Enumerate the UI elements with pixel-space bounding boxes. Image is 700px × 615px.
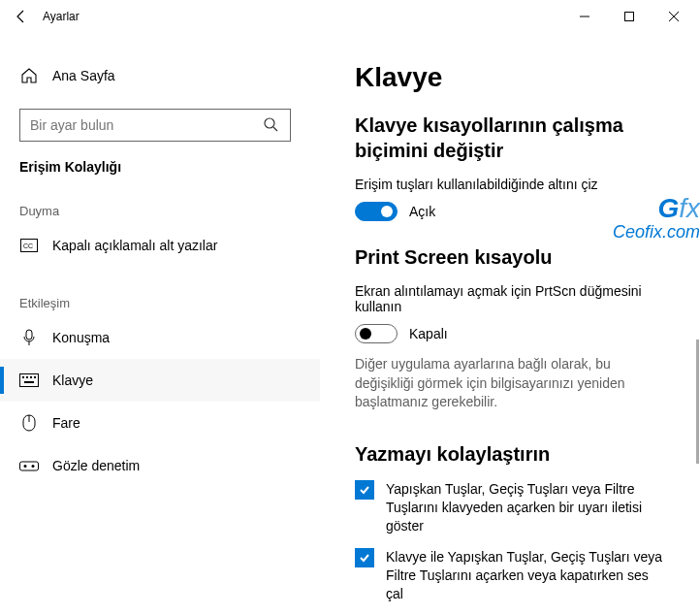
minimize-button[interactable] [562, 0, 607, 33]
microphone-icon [19, 329, 39, 346]
svg-point-17 [24, 465, 27, 468]
svg-rect-8 [20, 374, 39, 387]
svg-rect-16 [20, 462, 39, 470]
mouse-icon [19, 414, 39, 432]
svg-line-3 [273, 127, 277, 131]
nav-label: Klavye [52, 372, 93, 388]
window-title: Ayarlar [43, 10, 80, 23]
prtscn-label: Ekran alıntılamayı açmak için PrtScn düğ… [355, 283, 665, 314]
eye-control-icon [19, 459, 39, 472]
search-icon [263, 116, 280, 134]
home-icon [19, 67, 39, 84]
prtscn-toggle[interactable] [355, 324, 398, 343]
svg-rect-10 [26, 376, 28, 378]
nav-eye-control[interactable]: Gözle denetim [0, 444, 320, 487]
nav-label: Kapalı açıklamalı alt yazılar [52, 238, 217, 253]
nav-label: Fare [52, 415, 80, 431]
warning-message-checkbox[interactable] [355, 480, 374, 500]
svg-point-18 [32, 465, 35, 468]
window-controls [562, 0, 696, 33]
home-nav[interactable]: Ana Sayfa [0, 56, 320, 95]
group-hearing: Duyma [0, 204, 320, 218]
section-shortcut-heading: Klavye kısayollarının çalışma biçimini d… [355, 113, 665, 163]
main-pane: Klavye Klavye kısayollarının çalışma biç… [320, 33, 700, 615]
nav-speech[interactable]: Konuşma [0, 316, 320, 359]
play-sound-checkbox[interactable] [355, 548, 374, 567]
nav-mouse[interactable]: Fare [0, 402, 320, 444]
underline-access-keys-label: Erişim tuşları kullanılabildiğinde altın… [355, 177, 665, 192]
page-title: Klavye [355, 62, 665, 93]
group-interaction: Etkileşim [0, 296, 320, 310]
section-prtscn-heading: Print Screen kısayolu [355, 244, 665, 270]
back-button[interactable] [4, 0, 39, 33]
svg-rect-1 [625, 13, 634, 21]
svg-text:CC: CC [23, 243, 33, 249]
play-sound-label: Klavye ile Yapışkan Tuşlar, Geçiş Tuşlar… [386, 548, 665, 603]
titlebar: Ayarlar [0, 0, 700, 33]
nav-closed-captions[interactable]: CC Kapalı açıklamalı alt yazılar [0, 224, 320, 267]
category-label: Erişim Kolaylığı [0, 159, 320, 175]
svg-point-2 [265, 118, 274, 128]
close-button[interactable] [652, 0, 696, 33]
search-input[interactable] [30, 117, 263, 133]
prtscn-hint: Diğer uygulama ayarlarına bağlı olarak, … [355, 355, 665, 412]
sidebar: Ana Sayfa Erişim Kolaylığı Duyma CC Kapa… [0, 33, 320, 615]
underline-access-keys-toggle[interactable] [355, 202, 398, 221]
svg-rect-13 [24, 381, 34, 383]
section-typing-heading: Yazmayı kolaylaştırın [355, 441, 665, 467]
toggle-state-label: Açık [409, 204, 435, 219]
toggle-state-label: Kapalı [409, 326, 448, 341]
search-box[interactable] [19, 109, 291, 142]
svg-rect-6 [26, 330, 32, 340]
svg-rect-11 [30, 376, 32, 378]
closed-captions-icon: CC [19, 239, 39, 252]
keyboard-icon [19, 373, 39, 387]
nav-label: Gözle denetim [52, 458, 140, 473]
scrollbar-thumb[interactable] [696, 340, 699, 464]
svg-rect-9 [22, 376, 24, 378]
warning-message-label: Yapışkan Tuşlar, Geçiş Tuşları veya Filt… [386, 480, 665, 535]
home-label: Ana Sayfa [52, 68, 115, 83]
svg-rect-12 [34, 376, 36, 378]
maximize-button[interactable] [607, 0, 652, 33]
nav-keyboard[interactable]: Klavye [0, 359, 320, 402]
nav-label: Konuşma [52, 330, 110, 345]
